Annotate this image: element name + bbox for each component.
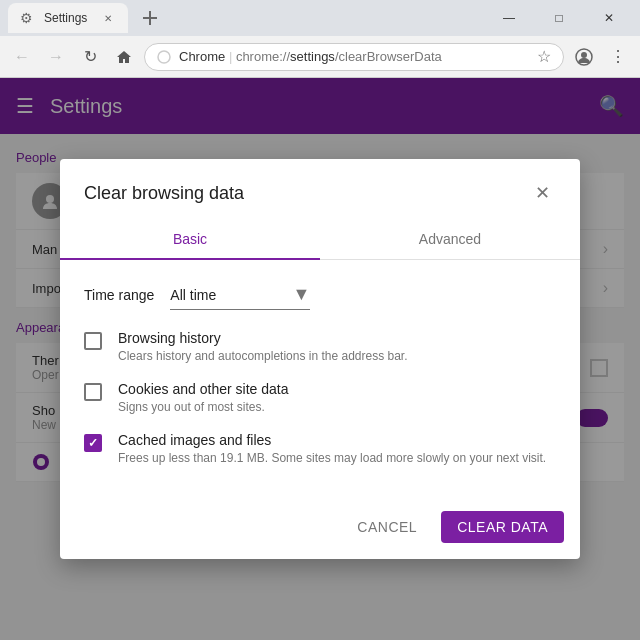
address-text: Chrome | chrome://settings/clearBrowserD… [179, 49, 529, 64]
dialog-tabs: Basic Advanced [60, 219, 580, 260]
checkbox-cached-wrapper[interactable] [84, 434, 102, 452]
svg-point-2 [158, 51, 170, 63]
checkbox-browsing-history-label: Browsing history [118, 330, 408, 346]
browser-name: Chrome [179, 49, 225, 64]
dialog-close-button[interactable]: ✕ [528, 179, 556, 207]
tab-favicon: ⚙ [20, 10, 36, 26]
minimize-button[interactable]: — [486, 4, 532, 32]
checkbox-cached-desc: Frees up less than 19.1 MB. Some sites m… [118, 450, 546, 467]
dialog-overlay: Clear browsing data ✕ Basic Advanced Tim… [0, 78, 640, 640]
content-area: ☰ Settings 🔍 People Sign also Man [0, 78, 640, 640]
time-range-label: Time range [84, 287, 154, 303]
maximize-button[interactable]: □ [536, 4, 582, 32]
checkbox-browsing-history-desc: Clears history and autocompletions in th… [118, 348, 408, 365]
title-bar: ⚙ Settings ✕ — □ ✕ [0, 0, 640, 36]
checkbox-browsing-history-wrapper[interactable] [84, 332, 102, 350]
window-controls: — □ ✕ [486, 4, 632, 32]
close-button[interactable]: ✕ [586, 4, 632, 32]
browser-toolbar: ← → ↻ Chrome | chrome://settings/clearBr… [0, 36, 640, 78]
home-button[interactable] [110, 43, 138, 71]
time-range-dropdown[interactable]: All time ▼ [170, 280, 310, 310]
address-bar[interactable]: Chrome | chrome://settings/clearBrowserD… [144, 43, 564, 71]
tab-advanced[interactable]: Advanced [320, 219, 580, 259]
time-range-value: All time [170, 287, 284, 303]
svg-rect-1 [149, 11, 151, 25]
checkbox-cookies-box[interactable] [84, 383, 102, 401]
profile-icon[interactable] [570, 43, 598, 71]
browser-menu-icon[interactable]: ⋮ [604, 43, 632, 71]
browser-tab[interactable]: ⚙ Settings ✕ [8, 3, 128, 33]
dialog-footer: CANCEL CLEAR DATA [60, 503, 580, 559]
refresh-button[interactable]: ↻ [76, 43, 104, 71]
svg-point-4 [581, 52, 587, 58]
checkbox-cached-box[interactable] [84, 434, 102, 452]
checkbox-cookies-wrapper[interactable] [84, 383, 102, 401]
checkbox-cookies-label: Cookies and other site data [118, 381, 288, 397]
time-range-row: Time range All time ▼ [84, 280, 556, 310]
checkbox-cached-label: Cached images and files [118, 432, 546, 448]
tab-title: Settings [44, 11, 92, 25]
dropdown-arrow-icon: ▼ [292, 284, 310, 305]
dialog-header: Clear browsing data ✕ [60, 159, 580, 207]
checkbox-browsing-history: Browsing history Clears history and auto… [84, 330, 556, 365]
checkbox-browsing-history-content: Browsing history Clears history and auto… [118, 330, 408, 365]
back-button[interactable]: ← [8, 43, 36, 71]
forward-button[interactable]: → [42, 43, 70, 71]
clear-browsing-data-dialog: Clear browsing data ✕ Basic Advanced Tim… [60, 159, 580, 558]
cancel-button[interactable]: CANCEL [341, 511, 433, 543]
checkbox-cookies-desc: Signs you out of most sites. [118, 399, 288, 416]
bookmark-icon[interactable]: ☆ [537, 47, 551, 66]
browser-window: ⚙ Settings ✕ — □ ✕ ← → ↻ Chrome | chrome… [0, 0, 640, 640]
clear-data-button[interactable]: CLEAR DATA [441, 511, 564, 543]
dialog-title: Clear browsing data [84, 183, 244, 204]
checkbox-browsing-history-box[interactable] [84, 332, 102, 350]
checkbox-cached-content: Cached images and files Frees up less th… [118, 432, 546, 467]
checkbox-cached: Cached images and files Frees up less th… [84, 432, 556, 467]
url-path: chrome://settings/clearBrowserData [236, 49, 442, 64]
tab-close-button[interactable]: ✕ [100, 10, 116, 26]
checkbox-cookies: Cookies and other site data Signs you ou… [84, 381, 556, 416]
checkbox-cookies-content: Cookies and other site data Signs you ou… [118, 381, 288, 416]
tab-basic[interactable]: Basic [60, 219, 320, 259]
dialog-body: Time range All time ▼ Browsing history [60, 260, 580, 502]
new-tab-button[interactable] [136, 4, 164, 32]
